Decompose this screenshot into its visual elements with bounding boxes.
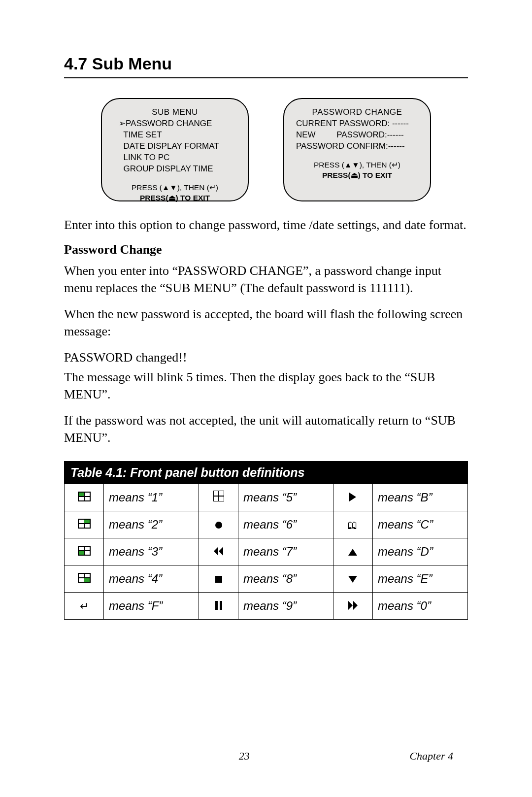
cell-meaning: means “2” xyxy=(104,511,199,538)
lcd-line: CURRENT PASSWORD: ------ xyxy=(296,118,418,130)
record-icon xyxy=(215,522,222,529)
table-row: ↵means “F”means “9”means “0” xyxy=(65,592,468,619)
cell-meaning: means “7” xyxy=(238,538,333,565)
cell-meaning: means “B” xyxy=(372,484,467,511)
book-icon: 🕮 xyxy=(348,520,358,530)
quad-icon-1 xyxy=(78,492,91,501)
chapter-label: Chapter 4 xyxy=(409,750,453,763)
button-definitions-table: Table 4.1: Front panel button definition… xyxy=(64,461,468,620)
cell-meaning: means “3” xyxy=(104,538,199,565)
lcd-item: LINK TO PC xyxy=(119,152,236,164)
lcd-item: DATE DISPLAY FORMAT xyxy=(119,141,236,152)
fast-forward-icon xyxy=(348,601,358,610)
rewind-icon xyxy=(214,547,223,556)
pause-icon xyxy=(215,601,222,610)
lcd-footer-line: PRESS(⏏) TO EXIT xyxy=(114,193,236,203)
paragraph: When the new password is accepted, the b… xyxy=(64,305,468,340)
enter-icon: ↵ xyxy=(80,601,89,612)
play-icon xyxy=(349,493,356,501)
subheading-password-change: Password Change xyxy=(64,242,468,257)
paragraph: Enter into this option to change passwor… xyxy=(64,216,468,233)
paragraph: The message will blink 5 times. Then the… xyxy=(64,368,468,403)
lcd-line: PASSWORD CONFIRM:------ xyxy=(296,141,418,152)
cell-meaning: means “6” xyxy=(238,511,333,538)
lcd-screen-submenu: SUB MENU ➢PASSWORD CHANGE TIME SET DATE … xyxy=(101,98,249,201)
lcd-line: NEW PASSWORD:------ xyxy=(296,130,418,141)
section-heading: 4.7 Sub Menu xyxy=(64,54,468,73)
stop-icon xyxy=(215,576,222,583)
lcd-footer-line: PRESS (▲▼), THEN (↵) xyxy=(296,160,418,170)
paragraph: When you enter into “PASSWORD CHANGE”, a… xyxy=(64,262,468,297)
lcd-item: GROUP DISPLAY TIME xyxy=(119,164,236,175)
cell-meaning: means “C” xyxy=(372,511,467,538)
lcd-item: TIME SET xyxy=(119,130,236,141)
paragraph: If the password was not accepted, the un… xyxy=(64,412,468,446)
lcd-screen-password: PASSWORD CHANGE CURRENT PASSWORD: ------… xyxy=(283,98,431,201)
lcd-item: ➢PASSWORD CHANGE xyxy=(119,118,236,130)
down-icon xyxy=(348,576,357,583)
cell-meaning: means “9” xyxy=(238,592,333,619)
lcd-footer-line: PRESS (▲▼), THEN (↵) xyxy=(114,183,236,193)
lcd-footer-line: PRESS(⏏) TO EXIT xyxy=(296,170,418,181)
lcd-screens-row: SUB MENU ➢PASSWORD CHANGE TIME SET DATE … xyxy=(64,98,468,201)
paragraph: PASSWORD changed!! xyxy=(64,349,468,366)
table-row: means “3”means “7”means “D” xyxy=(65,538,468,565)
section-rule xyxy=(64,77,468,78)
cell-meaning: means “1” xyxy=(104,484,199,511)
table-row: means “4”means “8”means “E” xyxy=(65,565,468,592)
lcd-title: SUB MENU xyxy=(114,107,236,118)
quad-icon-3 xyxy=(78,546,91,556)
grid-icon xyxy=(213,491,224,501)
table-row: means “2”means “6”🕮means “C” xyxy=(65,511,468,538)
up-icon xyxy=(348,549,357,556)
quad-icon-2 xyxy=(78,519,91,529)
cell-meaning: means “F” xyxy=(104,592,199,619)
page-number: 23 xyxy=(239,750,250,763)
cell-meaning: means “D” xyxy=(372,538,467,565)
cell-meaning: means “8” xyxy=(238,565,333,592)
cell-meaning: means “E” xyxy=(372,565,467,592)
quad-icon-4 xyxy=(78,573,91,583)
lcd-title: PASSWORD CHANGE xyxy=(296,107,418,118)
cell-meaning: means “5” xyxy=(238,484,333,511)
cell-meaning: means “0” xyxy=(372,592,467,619)
table-caption: Table 4.1: Front panel button definition… xyxy=(64,461,468,484)
table-row: means “1”means “5”means “B” xyxy=(65,484,468,511)
page-footer: 23 Chapter 4 xyxy=(0,750,532,763)
cell-meaning: means “4” xyxy=(104,565,199,592)
